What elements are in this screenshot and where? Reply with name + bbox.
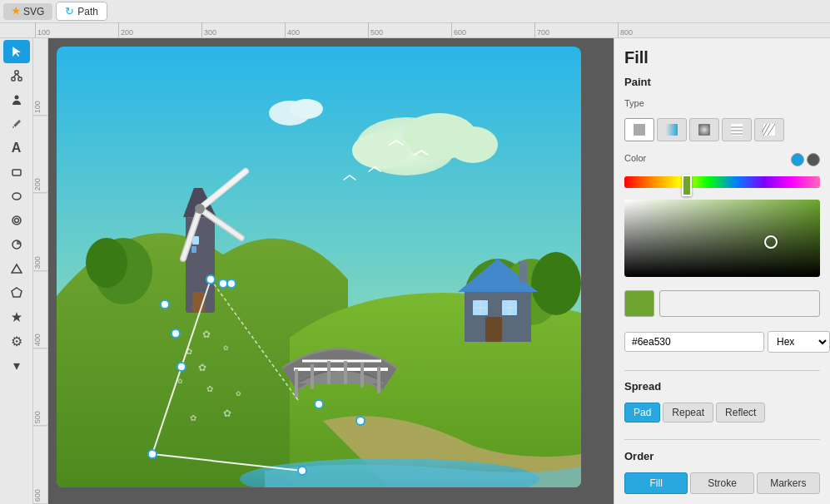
- panel-title: Fill: [624, 48, 820, 67]
- svg-rect-83: [666, 124, 678, 136]
- hex-input-row: Hex RGB HSL HSV: [624, 330, 820, 353]
- tab-svg[interactable]: ★ SVG: [3, 3, 52, 20]
- order-label: Order: [624, 450, 820, 462]
- tool-polygon[interactable]: [3, 281, 30, 304]
- svg-point-37: [86, 238, 127, 288]
- svg-rect-82: [634, 124, 645, 136]
- type-btn-linear[interactable]: [657, 118, 687, 141]
- gradient-handle[interactable]: [682, 175, 692, 196]
- tab-path[interactable]: ↻ Path: [56, 2, 107, 21]
- svg-text:✿: ✿: [202, 329, 211, 340]
- ruler-v-300: 300: [33, 194, 47, 271]
- svg-point-9: [12, 193, 21, 200]
- spread-btn-pad[interactable]: Pad: [624, 403, 660, 422]
- spread-btn-reflect[interactable]: Reflect: [716, 403, 765, 422]
- type-btn-radial[interactable]: [689, 118, 719, 141]
- spread-btn-repeat[interactable]: Repeat: [663, 403, 713, 422]
- svg-rect-44: [311, 364, 314, 389]
- tab-path-label: Path: [77, 6, 98, 17]
- type-btn-pattern1[interactable]: [722, 118, 752, 141]
- svg-rect-47: [360, 363, 364, 388]
- svg-text:✿: ✿: [177, 378, 183, 385]
- svg-canvas[interactable]: ✿ ✿ ✿ ✿ ✿ ✿ ✿ ✿ ✿: [57, 47, 581, 487]
- color-preview-row: [624, 290, 820, 317]
- type-btn-solid[interactable]: [624, 118, 654, 141]
- tool-person[interactable]: [3, 88, 30, 111]
- ruler-top: 100 200 300 400 500 600 700 800: [0, 23, 830, 38]
- divider-1: [624, 370, 820, 371]
- divider-2: [624, 439, 820, 440]
- svg-rect-8: [12, 170, 21, 175]
- tool-pen[interactable]: [3, 112, 30, 136]
- ruler-mark-800: 800: [618, 22, 701, 37]
- svg-rect-68: [191, 246, 196, 253]
- transparency-preview: [659, 290, 820, 317]
- svg-text:✿: ✿: [223, 344, 229, 352]
- tab-svg-label: SVG: [23, 6, 44, 17]
- type-buttons-group: [624, 118, 820, 141]
- tool-circle[interactable]: [3, 209, 30, 232]
- left-toolbar: A ⚙ ▾: [0, 38, 33, 504]
- svg-text:✿: ✿: [186, 347, 192, 356]
- tool-pie[interactable]: [3, 233, 30, 256]
- hex-format-select[interactable]: Hex RGB HSL HSV: [768, 331, 830, 353]
- spread-buttons-group: Pad Repeat Reflect: [624, 403, 820, 422]
- svg-text:✿: ✿: [236, 390, 241, 398]
- path-icon: ↻: [65, 5, 74, 17]
- ruler-mark-100: 100: [35, 22, 118, 37]
- order-btn-fill[interactable]: Fill: [624, 472, 688, 494]
- tool-star[interactable]: [3, 305, 30, 329]
- tool-rect[interactable]: [3, 161, 30, 184]
- ruler-mark-600: 600: [451, 22, 534, 37]
- type-btn-pattern2[interactable]: [754, 118, 784, 141]
- svg-point-11: [14, 219, 18, 223]
- svg-rect-48: [377, 367, 380, 393]
- color-dot-blue[interactable]: [791, 153, 804, 166]
- ruler-v-500: 500: [33, 348, 47, 426]
- color-dots: [791, 153, 820, 166]
- tool-gear[interactable]: ⚙: [3, 329, 30, 353]
- svg-point-35: [195, 204, 205, 214]
- color-label: Color: [624, 153, 646, 163]
- order-btn-stroke[interactable]: Stroke: [690, 472, 753, 494]
- tool-select[interactable]: [3, 40, 30, 63]
- svg-text:✿: ✿: [223, 408, 231, 419]
- color-picker[interactable]: [624, 200, 820, 277]
- ruler-left: 100 200 300 400 500 600: [33, 38, 48, 504]
- svg-icon: ★: [12, 6, 20, 17]
- svg-point-22: [290, 99, 323, 119]
- svg-point-40: [531, 252, 581, 315]
- svg-rect-58: [519, 261, 527, 282]
- tool-more[interactable]: ▾: [3, 353, 30, 377]
- order-btn-markers[interactable]: Markers: [757, 472, 820, 494]
- canvas-area[interactable]: ✿ ✿ ✿ ✿ ✿ ✿ ✿ ✿ ✿: [48, 38, 614, 504]
- ruler-v-200: 200: [33, 116, 47, 193]
- tool-node[interactable]: [3, 64, 30, 87]
- svg-point-10: [12, 216, 21, 225]
- hex-format-wrapper: Hex RGB HSL HSV: [768, 331, 830, 353]
- tool-ellipse[interactable]: [3, 185, 30, 208]
- top-bar: ★ SVG ↻ Path: [0, 0, 830, 23]
- color-header: Color: [624, 153, 820, 166]
- svg-text:✿: ✿: [198, 362, 206, 373]
- svg-rect-1: [15, 71, 18, 74]
- svg-line-5: [17, 74, 20, 77]
- landscape-image: ✿ ✿ ✿ ✿ ✿ ✿ ✿ ✿ ✿: [57, 47, 581, 487]
- right-panel: Fill Paint Type: [614, 38, 830, 504]
- color-preview: [624, 290, 654, 317]
- tool-triangle[interactable]: [3, 257, 30, 280]
- color-picker-handle[interactable]: [764, 235, 778, 249]
- color-dot-gray[interactable]: [807, 153, 820, 166]
- hex-input[interactable]: [624, 332, 764, 352]
- order-buttons-group: Fill Stroke Markers: [624, 472, 820, 494]
- svg-text:✿: ✿: [190, 413, 196, 422]
- ruler-mark-300: 300: [201, 22, 285, 37]
- gradient-bar[interactable]: [624, 176, 820, 188]
- svg-rect-57: [485, 317, 502, 342]
- svg-rect-3: [18, 77, 22, 81]
- paint-label: Paint: [624, 76, 820, 88]
- svg-point-6: [14, 96, 18, 100]
- type-label: Type: [624, 98, 820, 108]
- tool-text[interactable]: A: [3, 136, 30, 160]
- svg-rect-46: [344, 361, 347, 384]
